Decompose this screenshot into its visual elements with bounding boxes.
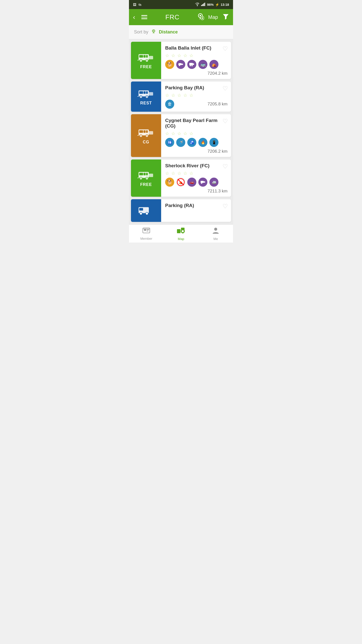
svg-rect-69 xyxy=(139,208,143,211)
svg-point-81 xyxy=(214,228,217,231)
svg-point-24 xyxy=(179,65,180,66)
svg-rect-34 xyxy=(146,91,148,94)
svg-point-48 xyxy=(147,135,147,136)
card-distance: 7211.3 km xyxy=(208,189,228,194)
svg-rect-21 xyxy=(149,56,153,59)
amenity-trash: 🗑 xyxy=(165,100,174,109)
card-title: Sherlock River (FC) xyxy=(165,163,228,169)
listing-card[interactable]: REST ♡ Parking Bay (RA) ☆☆☆☆☆ 🗑 7205.8 k… xyxy=(131,82,231,112)
app-header: ‹ FRC Map xyxy=(129,9,233,25)
svg-rect-30 xyxy=(193,63,194,65)
menu-button[interactable] xyxy=(140,14,148,20)
nav-member[interactable]: Member xyxy=(129,225,164,243)
amenity-car: 🚗 xyxy=(187,178,196,187)
signal-icon xyxy=(201,3,206,7)
filter-icon[interactable] xyxy=(222,13,229,21)
svg-rect-33 xyxy=(144,91,146,94)
amenity-tent: ⛺ xyxy=(209,60,218,69)
svg-point-20 xyxy=(147,60,147,61)
nav-me-label: Me xyxy=(213,237,218,241)
nav-map[interactable]: Map xyxy=(164,225,198,243)
favorite-button[interactable]: ♡ xyxy=(222,118,228,125)
svg-rect-39 xyxy=(149,92,153,96)
favorite-button[interactable]: ♡ xyxy=(222,203,228,210)
card-content: ♡ Cygnet Bay Pearl Farm (CG) ☆☆☆☆☆ 🚻 🚿 🚰… xyxy=(161,114,231,157)
favorite-button[interactable]: ♡ xyxy=(222,85,228,92)
bottom-nav: Member Map Me xyxy=(129,224,233,243)
amenity-wifi: 📱 xyxy=(209,138,218,147)
bag-icon: 🛍 xyxy=(138,3,142,7)
amenity-dog: 🐕 xyxy=(165,60,174,69)
battery-icon: ⚡ xyxy=(215,3,219,7)
amenity-caravan-small xyxy=(176,60,185,69)
favorite-button[interactable]: ♡ xyxy=(222,45,228,52)
member-icon xyxy=(142,227,150,236)
svg-point-28 xyxy=(190,65,191,66)
badge-label: CG xyxy=(143,140,149,144)
card-content: ♡ Balla Balla Inlet (FC) ☆☆☆☆☆ 🐕 🚌 ⛺ 720… xyxy=(161,42,231,79)
svg-rect-75 xyxy=(147,231,148,231)
svg-rect-49 xyxy=(149,131,153,135)
svg-rect-0 xyxy=(201,5,202,6)
card-badge-rest: REST xyxy=(131,82,161,112)
listing-card-partial[interactable]: ♡ Parking (RA) xyxy=(131,199,231,222)
card-badge-free: FREE xyxy=(131,159,161,197)
card-content: ♡ Parking (RA) xyxy=(161,199,231,222)
card-stars: ☆☆☆☆☆ xyxy=(165,93,228,98)
svg-point-71 xyxy=(146,212,148,215)
listing-card[interactable]: FREE ♡ Sherlock River (FC) ☆☆☆☆☆ 🐕 ⛺ 🚗 xyxy=(131,159,231,197)
map-nav-icon xyxy=(177,227,185,236)
svg-rect-44 xyxy=(146,130,148,133)
svg-point-56 xyxy=(141,178,141,179)
card-title: Cygnet Bay Pearl Farm (CG) xyxy=(165,118,228,129)
me-icon xyxy=(212,227,219,236)
card-stars: ☆☆☆☆☆ xyxy=(165,171,228,176)
status-right: 96% ⚡ 13:18 xyxy=(195,3,229,7)
card-badge-cg: CG xyxy=(131,114,161,157)
sort-label: Sort by xyxy=(134,29,148,35)
nav-me[interactable]: Me xyxy=(198,225,233,243)
card-amenities: 🐕 🚌 ⛺ 7204.2 km xyxy=(165,60,228,76)
svg-rect-3 xyxy=(204,3,205,6)
nav-member-label: Member xyxy=(140,237,152,240)
svg-rect-77 xyxy=(177,229,180,233)
svg-point-70 xyxy=(140,212,142,215)
sort-value: Distance xyxy=(159,29,178,35)
back-button[interactable]: ‹ xyxy=(133,12,137,22)
status-left: 🖼 🛍 xyxy=(133,3,142,7)
svg-rect-4 xyxy=(205,3,206,6)
svg-rect-2 xyxy=(203,4,204,6)
svg-rect-67 xyxy=(204,181,205,183)
listing-card[interactable]: CG ♡ Cygnet Bay Pearl Farm (CG) ☆☆☆☆☆ 🚻 … xyxy=(131,114,231,157)
card-title: Balla Balla Inlet (FC) xyxy=(165,45,228,51)
card-distance: 7204.2 km xyxy=(208,71,228,76)
svg-rect-15 xyxy=(144,55,146,58)
card-distance: 7206.2 km xyxy=(208,149,228,154)
card-amenities: 🚻 🚿 🚰 🔥 📱 7206.2 km xyxy=(165,138,228,154)
svg-point-73 xyxy=(144,229,146,231)
card-content: ♡ Parking Bay (RA) ☆☆☆☆☆ 🗑 7205.8 km xyxy=(161,82,231,112)
battery-text: 96% xyxy=(207,3,214,7)
favorite-button[interactable]: ♡ xyxy=(222,163,228,170)
card-distance: 7205.8 km xyxy=(208,102,228,107)
svg-rect-59 xyxy=(149,174,153,177)
amenity-caravan-large xyxy=(187,60,196,69)
amenity-dog: 🐕 xyxy=(165,178,174,187)
badge-label: FREE xyxy=(140,65,152,69)
amenity-caravan-mid xyxy=(198,178,207,187)
listing-card[interactable]: FREE ♡ Balla Balla Inlet (FC) ☆☆☆☆☆ 🐕 🚌 … xyxy=(131,42,231,79)
svg-rect-53 xyxy=(144,173,146,175)
location-add-icon[interactable] xyxy=(197,13,204,22)
svg-point-38 xyxy=(147,96,147,97)
svg-rect-32 xyxy=(139,91,143,94)
svg-rect-74 xyxy=(147,229,149,230)
svg-point-58 xyxy=(147,178,147,179)
map-label[interactable]: Map xyxy=(208,14,218,20)
sort-bar[interactable]: Sort by Distance xyxy=(129,25,233,39)
card-title: Parking Bay (RA) xyxy=(165,85,228,91)
status-bar: 🖼 🛍 96% ⚡ 13:18 xyxy=(129,0,233,9)
svg-rect-16 xyxy=(146,55,148,58)
badge-label: FREE xyxy=(140,182,152,187)
svg-rect-43 xyxy=(144,130,146,133)
amenity-no-tent: ⛺ xyxy=(176,178,185,187)
